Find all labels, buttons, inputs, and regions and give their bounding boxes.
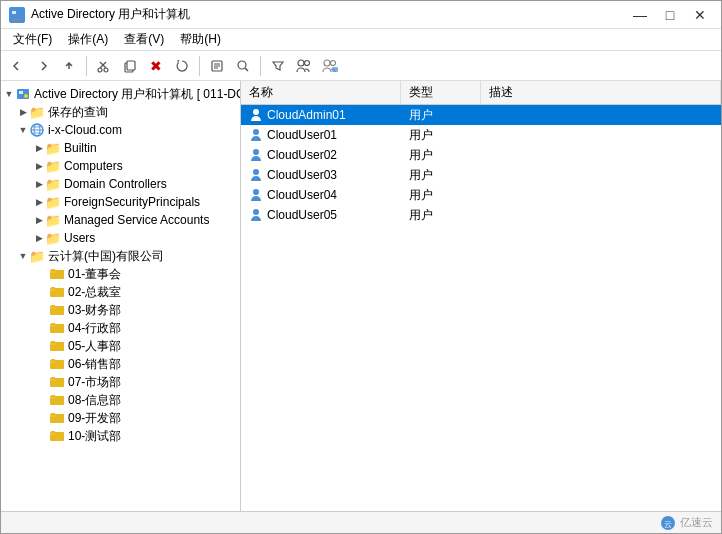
col-header-name[interactable]: 名称 [241,81,401,104]
list-row-clouduser04[interactable]: CloudUser04 用户 [241,185,721,205]
list-cell-type-6: 用户 [401,205,481,226]
svg-rect-31 [51,269,55,271]
dc-icon: 📁 [45,177,61,191]
svg-point-17 [305,60,310,65]
computers-label: Computers [64,159,123,173]
user-icon-1 [249,108,263,122]
tree-computers[interactable]: ▶ 📁 Computers [1,157,240,175]
tree-msa[interactable]: ▶ 📁 Managed Service Accounts [1,211,240,229]
properties-button[interactable] [205,54,229,78]
group-button[interactable] [318,54,342,78]
tree-ou-08[interactable]: 08-信息部 [1,391,240,409]
list-row-clouduser02[interactable]: CloudUser02 用户 [241,145,721,165]
tree-ou-02[interactable]: 02-总裁室 [1,283,240,301]
tree-ou-07[interactable]: 07-市场部 [1,373,240,391]
builtin-toggle[interactable]: ▶ [33,142,45,154]
menu-help[interactable]: 帮助(H) [172,29,229,50]
tree-domain-controllers[interactable]: ▶ 📁 Domain Controllers [1,175,240,193]
tree-ou-06[interactable]: 06-销售部 [1,355,240,373]
root-toggle[interactable]: ▼ [3,88,15,100]
ou04-toggle [37,322,49,334]
menu-file[interactable]: 文件(F) [5,29,60,50]
svg-point-60 [253,129,259,135]
ou08-toggle [37,394,49,406]
ou02-icon [49,285,65,299]
ou06-icon [49,357,65,371]
tree-saved-queries[interactable]: ▶ 📁 保存的查询 [1,103,240,121]
list-row-clouduser01[interactable]: CloudUser01 用户 [241,125,721,145]
close-button[interactable]: ✕ [687,5,713,25]
list-cell-name-4: CloudUser03 [241,166,401,184]
list-cell-desc-1 [481,113,721,117]
ou07-toggle [37,376,49,388]
tree-ou-01[interactable]: 01-董事会 [1,265,240,283]
tree-ou-10[interactable]: 10-测试部 [1,427,240,445]
ou01-icon [49,267,65,281]
dc-toggle[interactable]: ▶ [33,178,45,190]
ou03-label: 03-财务部 [68,302,121,319]
copy-button[interactable] [118,54,142,78]
list-cell-name-3: CloudUser02 [241,146,401,164]
msa-toggle[interactable]: ▶ [33,214,45,226]
filter-button[interactable] [266,54,290,78]
ou05-icon [49,339,65,353]
company-toggle[interactable]: ▼ [17,250,29,262]
dc-label: Domain Controllers [64,177,167,191]
back-button[interactable] [5,54,29,78]
ou06-label: 06-销售部 [68,356,121,373]
tree-ou-05[interactable]: 05-人事部 [1,337,240,355]
list-row-clouduser03[interactable]: CloudUser03 用户 [241,165,721,185]
saved-toggle[interactable]: ▶ [17,106,29,118]
cut-button[interactable] [92,54,116,78]
svg-point-18 [324,60,330,66]
app-icon [9,7,25,23]
ou04-label: 04-行政部 [68,320,121,337]
menu-action[interactable]: 操作(A) [60,29,116,50]
builtin-icon: 📁 [45,141,61,155]
svg-point-7 [104,68,108,72]
ou08-label: 08-信息部 [68,392,121,409]
fsp-icon: 📁 [45,195,61,209]
tree-builtin[interactable]: ▶ 📁 Builtin [1,139,240,157]
minimize-button[interactable]: — [627,5,653,25]
ou10-icon [49,429,65,443]
msa-label: Managed Service Accounts [64,213,209,227]
find-button[interactable] [231,54,255,78]
users-toggle[interactable]: ▶ [33,232,45,244]
users-button[interactable] [292,54,316,78]
user-icon-5 [249,188,263,202]
ou03-icon [49,303,65,317]
delete-button[interactable]: ✖ [144,54,168,78]
up-button[interactable] [57,54,81,78]
tree-domain[interactable]: ▼ i-x-Cloud.com [1,121,240,139]
name-value-6: CloudUser05 [267,208,337,222]
list-row-clouduser05[interactable]: CloudUser05 用户 [241,205,721,225]
tree-panel[interactable]: ▼ Active Directory 用户和计算机 [ 011-DC01 ] ▶… [1,81,241,511]
refresh-button[interactable] [170,54,194,78]
svg-point-62 [253,169,259,175]
list-row-cloudadmin01[interactable]: CloudAdmin01 用户 [241,105,721,125]
fsp-toggle[interactable]: ▶ [33,196,45,208]
maximize-button[interactable]: □ [657,5,683,25]
computers-toggle[interactable]: ▶ [33,160,45,172]
svg-point-59 [253,109,259,115]
tree-ou-03[interactable]: 03-财务部 [1,301,240,319]
tree-fsp[interactable]: ▶ 📁 ForeignSecurityPrincipals [1,193,240,211]
col-header-type[interactable]: 类型 [401,81,481,104]
svg-rect-46 [51,359,55,361]
tree-users[interactable]: ▶ 📁 Users [1,229,240,247]
col-header-desc[interactable]: 描述 [481,81,721,104]
domain-toggle[interactable]: ▼ [17,124,29,136]
tree-ou-09[interactable]: 09-开发部 [1,409,240,427]
ou09-icon [49,411,65,425]
svg-point-64 [253,209,259,215]
menu-view[interactable]: 查看(V) [116,29,172,50]
list-cell-desc-3 [481,153,721,157]
list-cell-name-1: CloudAdmin01 [241,106,401,124]
tree-company[interactable]: ▼ 📁 云计算(中国)有限公司 [1,247,240,265]
tree-ou-04[interactable]: 04-行政部 [1,319,240,337]
sep1 [86,56,87,76]
forward-button[interactable] [31,54,55,78]
ou10-label: 10-测试部 [68,428,121,445]
tree-root[interactable]: ▼ Active Directory 用户和计算机 [ 011-DC01 ] [1,85,240,103]
